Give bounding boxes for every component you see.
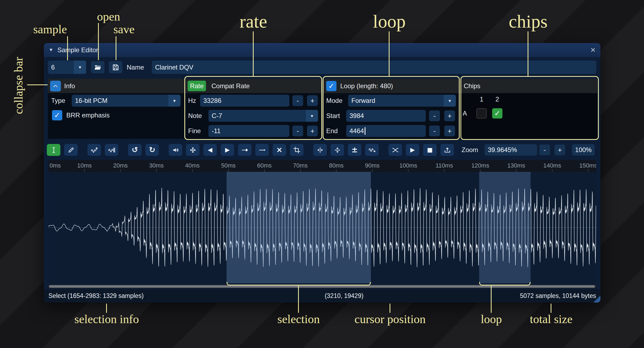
timeline-ruler[interactable]: 0ms10ms20ms30ms40ms50ms60ms70ms80ms90ms1…: [48, 160, 596, 172]
timeline-label: 140ms: [543, 160, 561, 171]
timeline-label: 120ms: [471, 160, 489, 171]
zoom-label: Zoom: [462, 143, 478, 157]
waveform-scrollbar-thumb[interactable]: [49, 285, 595, 288]
timeline-label: 80ms: [329, 160, 344, 171]
annotation-line: [98, 23, 99, 60]
annotation-selection-label: selection: [277, 312, 320, 326]
crossfade-loop-button[interactable]: [388, 144, 402, 156]
redo-button[interactable]: ↻: [145, 144, 159, 156]
sample-type-select[interactable]: 16-bit PCM ▼: [72, 95, 181, 107]
delete-icon: ×: [276, 146, 282, 154]
invert-button[interactable]: [331, 144, 344, 156]
annotation-line: [298, 286, 299, 313]
amplify-icon: [172, 146, 179, 154]
select-mode-icon: [50, 146, 57, 154]
stretch-button[interactable]: [105, 144, 118, 156]
fade-in-button[interactable]: ◀: [203, 144, 217, 156]
filter-button[interactable]: [365, 144, 379, 156]
preview-button[interactable]: ▶: [406, 144, 419, 156]
draw-mode-icon: [67, 146, 75, 154]
selection-region[interactable]: [227, 172, 371, 283]
chevron-up-icon: [52, 83, 59, 90]
timeline-label: 20ms: [113, 160, 128, 171]
info-panel-title: Info: [64, 79, 75, 93]
chevron-down-icon[interactable]: ▼: [74, 61, 86, 74]
stop-preview-icon: ■: [427, 147, 433, 153]
zoom-reset-button[interactable]: 100%: [572, 144, 595, 156]
floppy-disk-icon: [112, 64, 119, 71]
annotation-rate-outline: [184, 76, 322, 140]
brr-emphasis-checkbox[interactable]: ✓: [52, 110, 62, 120]
annotation-loop-label: loop: [373, 11, 406, 32]
preview-icon: ▶: [410, 147, 415, 153]
annotation-chips-label: chips: [509, 11, 548, 32]
zoom-in-button[interactable]: +: [554, 145, 565, 155]
timeline-label: 110ms: [436, 160, 453, 171]
timeline-label: 0ms: [50, 160, 61, 171]
zoom-out-button[interactable]: -: [539, 145, 550, 155]
name-label: Name: [127, 61, 144, 74]
timeline-label: 40ms: [185, 160, 200, 171]
sample-toolbar: ↺↻◀▶×±▶■: [44, 143, 458, 157]
titlebar[interactable]: ▼ Sample Editor ×: [44, 43, 600, 57]
undo-button[interactable]: ↺: [128, 144, 142, 156]
annotation-total-size-label: total size: [530, 312, 573, 326]
annotation-save-label: save: [113, 22, 135, 36]
timeline-label: 90ms: [365, 160, 380, 171]
sample-number-select[interactable]: 6 ▼: [48, 61, 86, 74]
timeline-label: 100ms: [399, 160, 417, 171]
sample-name-value: Clarinet DQV: [155, 64, 193, 71]
info-panel: Info Type 16-bit PCM ▼ ✓ BRR emphasis: [48, 79, 185, 139]
annotation-loop-bracket: [479, 282, 531, 285]
annotation-line: [491, 286, 492, 313]
reverse-button[interactable]: [313, 144, 327, 156]
resample-button[interactable]: [87, 144, 101, 156]
status-bar: Select (1654-2983: 1329 samples) (3210, …: [44, 289, 600, 303]
save-button[interactable]: [109, 61, 122, 73]
window-collapse-icon[interactable]: ▼: [49, 43, 53, 57]
folder-open-icon: [94, 64, 102, 71]
create-wavetable-button[interactable]: [440, 144, 454, 156]
zoom-input[interactable]: 39.9645%: [485, 144, 537, 156]
normalize-icon: [189, 146, 197, 154]
annotation-line: [253, 31, 254, 76]
total-size-text: 5072 samples, 10144 bytes: [520, 289, 596, 303]
trim-button[interactable]: [290, 144, 303, 156]
sample-type-value: 16-bit PCM: [72, 95, 168, 107]
cursor-position-text: (3210, 19429): [325, 289, 363, 303]
info-collapse-button[interactable]: [50, 81, 61, 91]
insert-silence-button[interactable]: [238, 144, 251, 156]
sample-name-input[interactable]: Clarinet DQV: [152, 61, 596, 74]
create-wavetable-icon: [444, 146, 451, 154]
apply-silence-icon: [259, 146, 266, 154]
annotation-line: [389, 31, 390, 76]
window-resize-grip[interactable]: [593, 296, 600, 303]
loop-region[interactable]: [479, 172, 531, 283]
annotation-loop-marker-label: loop: [481, 312, 502, 326]
timeline-label: 130ms: [507, 160, 525, 171]
apply-silence-button[interactable]: [255, 144, 269, 156]
sample-number-value: 6: [48, 61, 74, 74]
chevron-down-icon[interactable]: ▼: [168, 95, 181, 107]
stop-preview-button[interactable]: ■: [423, 144, 437, 156]
signedness-button[interactable]: ±: [348, 144, 361, 156]
undo-icon: ↺: [132, 146, 138, 154]
type-label: Type: [51, 95, 65, 107]
timeline-label: 70ms: [293, 160, 308, 171]
annotation-selection-info-label: selection info: [74, 312, 139, 326]
annotation-line: [106, 304, 107, 313]
draw-mode-button[interactable]: [64, 144, 78, 156]
insert-silence-icon: [241, 146, 249, 154]
annotation-rate-label: rate: [240, 11, 267, 32]
open-button[interactable]: [91, 61, 104, 73]
close-icon[interactable]: ×: [590, 43, 596, 57]
delete-button[interactable]: ×: [273, 144, 286, 156]
normalize-button[interactable]: [186, 144, 200, 156]
annotation-line: [390, 304, 390, 313]
amplify-button[interactable]: [169, 144, 182, 156]
annotation-line: [116, 36, 116, 60]
fade-in-icon: ◀: [208, 147, 213, 153]
fade-out-icon: ▶: [225, 147, 230, 153]
select-mode-button[interactable]: [47, 144, 60, 156]
fade-out-button[interactable]: ▶: [221, 144, 234, 156]
